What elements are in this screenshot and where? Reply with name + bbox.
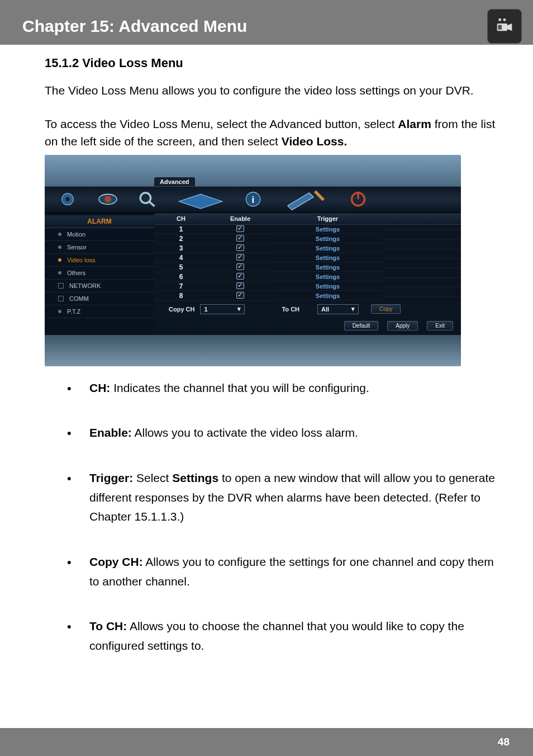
checkbox-icon[interactable] <box>236 273 244 280</box>
checkbox-icon[interactable] <box>236 282 244 289</box>
sidebar-item-ptz[interactable]: P.T.Z <box>45 305 154 318</box>
copy-button[interactable]: Copy <box>371 304 401 314</box>
dvr-sidebar: ALARM Motion Sensor Video loss Others NE… <box>45 213 154 335</box>
cell-trigger[interactable]: Settings <box>273 273 383 281</box>
tab-icon-gear[interactable] <box>55 190 80 209</box>
table-header-row: CH Enable Trigger <box>154 213 461 225</box>
svg-text:i: i <box>252 195 255 206</box>
feature-list: CH: Indicates the channel that you will … <box>67 379 496 656</box>
section-heading: 15.1.2 Video Loss Menu <box>45 56 496 70</box>
checkbox-icon[interactable] <box>236 292 244 299</box>
svg-point-5 <box>66 197 70 201</box>
sidebar-heading-alarm: ALARM <box>45 215 154 228</box>
svg-rect-3 <box>498 25 502 30</box>
cell-ch: 6 <box>154 272 208 282</box>
cell-trigger[interactable]: Settings <box>273 282 383 291</box>
cell-enable[interactable] <box>208 244 273 253</box>
chapter-header: Chapter 15: Advanced Menu <box>0 0 533 45</box>
dvr-room-background-bottom <box>45 335 461 366</box>
cell-enable[interactable] <box>208 234 273 244</box>
cell-ch: 7 <box>154 282 208 291</box>
table-row: 6 Settings <box>154 272 461 282</box>
cell-trigger[interactable]: Settings <box>273 254 383 262</box>
sidebar-item-network[interactable]: NETWORK <box>45 280 154 292</box>
cell-enable[interactable] <box>208 272 273 282</box>
camcorder-icon <box>487 9 522 44</box>
cell-trigger[interactable]: Settings <box>273 263 383 272</box>
chevron-down-icon: ▾ <box>237 305 241 313</box>
col-enable: Enable <box>208 213 273 224</box>
cell-ch: 8 <box>154 291 208 301</box>
table-row: 2 Settings <box>154 234 461 244</box>
window-title-badge: Advanced <box>154 177 195 186</box>
instruction-paragraph: To access the Video Loss Menu, select th… <box>45 115 496 150</box>
checkbox-icon[interactable] <box>236 254 244 261</box>
cell-ch: 4 <box>154 253 208 263</box>
svg-line-9 <box>149 202 154 206</box>
exit-button[interactable]: Exit <box>427 321 453 330</box>
copy-ch-dropdown[interactable]: 1▾ <box>200 304 245 314</box>
tab-icon-search[interactable] <box>135 190 161 209</box>
cell-ch: 5 <box>154 263 208 272</box>
table-row: 7 Settings <box>154 282 461 291</box>
cell-enable[interactable] <box>208 225 273 234</box>
cell-ch: 3 <box>154 244 208 253</box>
instr-text: To access the Video Loss Menu, select th… <box>45 117 398 130</box>
col-ch: CH <box>154 213 208 224</box>
svg-point-0 <box>498 18 501 21</box>
sidebar-item-others[interactable]: Others <box>45 267 154 280</box>
bullet-copy-ch: Copy CH: Allows you to configure the set… <box>67 552 496 591</box>
dvr-content-pane: CH Enable Trigger 1 Settings 2 Settings <box>154 213 461 335</box>
copy-ch-label: Copy CH <box>169 306 194 313</box>
cell-trigger[interactable]: Settings <box>273 225 383 234</box>
bullet-enable: Enable: Allows you to activate the video… <box>67 423 496 443</box>
cell-enable[interactable] <box>208 263 273 272</box>
svg-point-7 <box>104 196 111 203</box>
svg-point-1 <box>503 18 506 21</box>
cell-ch: 2 <box>154 234 208 244</box>
table-row: 1 Settings <box>154 225 461 234</box>
sidebar-item-sensor[interactable]: Sensor <box>45 241 154 254</box>
checkbox-icon[interactable] <box>236 263 244 270</box>
tab-icon-tools[interactable] <box>280 190 331 209</box>
checkbox-icon[interactable] <box>236 244 244 251</box>
apply-button[interactable]: Apply <box>387 321 418 330</box>
page-footer: 48 <box>0 728 533 756</box>
dvr-room-background: Advanced <box>45 155 461 186</box>
sidebar-item-comm[interactable]: COMM <box>45 292 154 305</box>
tab-icon-power[interactable] <box>345 190 371 209</box>
sidebar-item-video-loss[interactable]: Video loss <box>45 254 154 267</box>
to-ch-dropdown[interactable]: All▾ <box>317 304 359 314</box>
cell-enable[interactable] <box>208 291 273 301</box>
cell-ch: 1 <box>154 225 208 234</box>
cell-enable[interactable] <box>208 253 273 263</box>
checkbox-icon[interactable] <box>236 225 244 232</box>
instr-alarm: Alarm <box>398 117 431 130</box>
table-row: 8 Settings <box>154 291 461 301</box>
instr-video-loss: Video Loss. <box>282 135 347 148</box>
chapter-title: Chapter 15: Advanced Menu <box>22 17 533 36</box>
copy-row: Copy CH 1▾ To CH All▾ Copy <box>154 301 461 318</box>
tab-icon-info[interactable]: i <box>240 190 266 209</box>
cell-enable[interactable] <box>208 282 273 291</box>
cell-trigger[interactable]: Settings <box>273 235 383 243</box>
table-row: 4 Settings <box>154 253 461 263</box>
intro-paragraph: The Video Loss Menu allows you to config… <box>45 81 496 101</box>
bullet-to-ch: To CH: Allows you to choose the channel … <box>67 617 496 655</box>
action-row: Default Apply Exit <box>154 318 461 335</box>
checkbox-icon[interactable] <box>236 235 244 242</box>
table-row: 5 Settings <box>154 263 461 272</box>
sidebar-item-motion[interactable]: Motion <box>45 228 154 241</box>
cell-trigger[interactable]: Settings <box>273 244 383 253</box>
tab-icon-eye[interactable] <box>95 190 121 209</box>
tab-icon-disk[interactable] <box>175 190 226 209</box>
bullet-ch: CH: Indicates the channel that you will … <box>67 379 496 398</box>
cell-trigger[interactable]: Settings <box>273 292 383 300</box>
default-button[interactable]: Default <box>344 321 379 330</box>
svg-point-8 <box>140 193 150 203</box>
chevron-down-icon: ▾ <box>351 305 355 313</box>
page-number: 48 <box>498 736 510 748</box>
dvr-screenshot: Advanced i <box>45 155 461 366</box>
to-ch-label: To CH <box>282 306 299 313</box>
dvr-tab-bar: i <box>45 186 461 213</box>
